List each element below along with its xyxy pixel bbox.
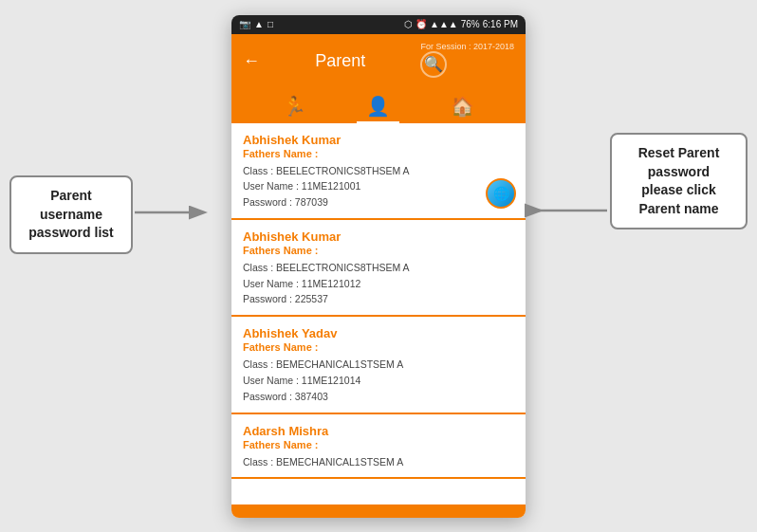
- wifi-icon: ▲: [254, 19, 264, 29]
- battery-icon: □: [268, 19, 273, 29]
- page-wrapper: Parentusernamepassword list Reset Parent…: [0, 0, 757, 532]
- status-bar-left: 📷 ▲ □: [239, 19, 273, 29]
- tab-item-2[interactable]: 🏠: [441, 91, 484, 123]
- tab-icon-1: 👤: [366, 95, 390, 118]
- fathers-name-label-1: Fathers Name :: [243, 245, 514, 256]
- callout-left: Parentusernamepassword list: [9, 175, 133, 254]
- nav-home-button[interactable]: ○: [367, 507, 393, 518]
- tab-icon-2: 🏠: [451, 95, 474, 118]
- alarm-icon: ⏰: [415, 19, 427, 29]
- student-card-2[interactable]: Abhishek Yadav Fathers Name : Class : BE…: [231, 317, 526, 413]
- session-label: For Session : 2017-2018 🔍: [420, 42, 514, 78]
- student-name-2: Abhishek Yadav: [243, 326, 514, 340]
- bottom-nav: ◁ ○ □: [231, 504, 526, 518]
- header-top: ← Parent For Session : 2017-2018 🔍: [243, 42, 514, 82]
- student-details-2: Class : BEMECHANICAL1STSEM A User Name :…: [243, 357, 514, 404]
- student-card-0[interactable]: Abhishek Kumar Fathers Name : Class : BE…: [231, 123, 526, 220]
- fathers-name-label-0: Fathers Name :: [243, 148, 514, 159]
- app-header: ← Parent For Session : 2017-2018 🔍 🏃 👤 🏠: [231, 34, 526, 123]
- nav-recent-button[interactable]: □: [464, 507, 489, 518]
- fathers-name-label-3: Fathers Name :: [243, 439, 514, 450]
- student-card-1[interactable]: Abhishek Kumar Fathers Name : Class : BE…: [231, 220, 526, 317]
- student-details-3: Class : BEMECHANICAL1STSEM A: [243, 454, 514, 470]
- student-name-1: Abhishek Kumar: [243, 229, 514, 244]
- student-name-0: Abhishek Kumar: [243, 133, 514, 147]
- status-bar: 📷 ▲ □ ⬡ ⏰ ▲▲▲ 76% 6:16 PM: [231, 15, 526, 34]
- time-display: 6:16 PM: [483, 19, 518, 29]
- status-bar-right: ⬡ ⏰ ▲▲▲ 76% 6:16 PM: [404, 19, 518, 29]
- student-card-3[interactable]: Adarsh Mishra Fathers Name : Class : BEM…: [231, 414, 526, 480]
- student-name-3: Adarsh Mishra: [243, 424, 514, 438]
- search-button[interactable]: 🔍: [420, 51, 447, 78]
- tab-bar: 🏃 👤 🏠: [243, 87, 514, 123]
- back-button[interactable]: ←: [243, 51, 260, 71]
- signal-icon: ▲▲▲: [430, 19, 458, 29]
- charging-icon: ⬡: [404, 19, 413, 29]
- content-list: Abhishek Kumar Fathers Name : Class : BE…: [231, 123, 526, 504]
- student-details-1: Class : BEELECTRONICS8THSEM A User Name …: [243, 260, 514, 307]
- fathers-name-label-2: Fathers Name :: [243, 341, 514, 353]
- student-details-0: Class : BEELECTRONICS8THSEM A User Name …: [243, 163, 514, 211]
- nav-back-button[interactable]: ◁: [268, 507, 296, 518]
- phone-mockup: 📷 ▲ □ ⬡ ⏰ ▲▲▲ 76% 6:16 PM ← Parent For S…: [231, 15, 526, 518]
- notification-icon: 📷: [239, 19, 250, 29]
- arrow-left: [135, 201, 211, 228]
- app-title: Parent: [260, 51, 420, 71]
- avatar-badge-0: 🌐: [486, 178, 516, 209]
- callout-right-text: Reset Parentpasswordplease clickParent n…: [638, 145, 720, 216]
- callout-left-text: Parentusernamepassword list: [28, 188, 113, 240]
- arrow-right: [531, 199, 607, 226]
- battery-percent: 76%: [461, 19, 480, 29]
- tab-item-0[interactable]: 🏃: [273, 91, 316, 123]
- tab-icon-0: 🏃: [283, 95, 306, 118]
- tab-item-1[interactable]: 👤: [357, 91, 399, 123]
- callout-right: Reset Parentpasswordplease clickParent n…: [610, 133, 748, 229]
